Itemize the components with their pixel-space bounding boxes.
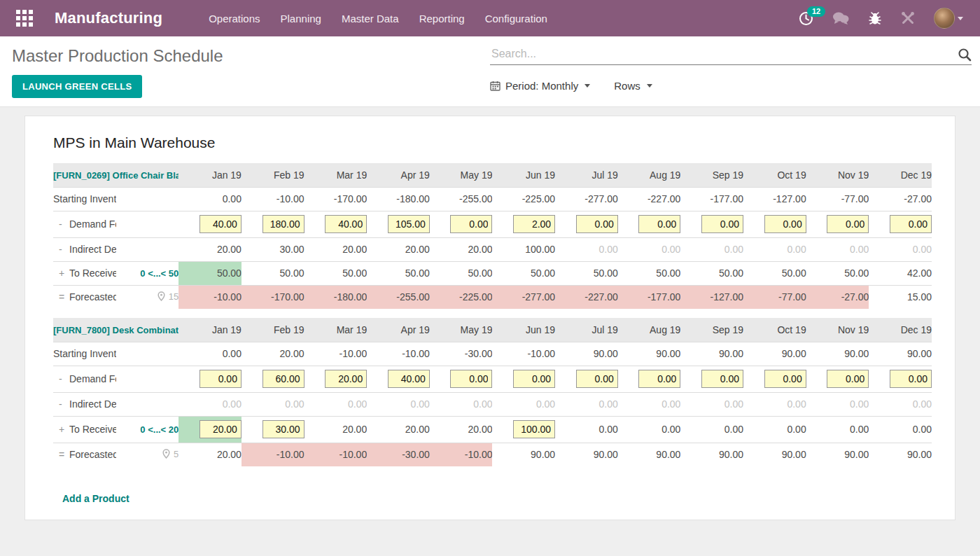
tools-wrench-icon[interactable]: [901, 11, 915, 25]
user-menu[interactable]: [934, 8, 963, 29]
launch-green-cells-button[interactable]: LAUNCH GREEN CELLS: [12, 75, 142, 98]
row-label-text: Demand Forecast: [69, 373, 116, 384]
to-receive-input[interactable]: [200, 420, 241, 438]
cell-to-receive: 0.00: [869, 416, 932, 443]
to-receive-input[interactable]: [513, 420, 555, 438]
demand-forecast-input[interactable]: [513, 370, 555, 388]
cell-forecasted-inventory: 90.00: [743, 443, 806, 466]
cell-starting-inventory: 20.00: [241, 342, 304, 366]
cell-indirect-demand: 0.00: [430, 392, 493, 416]
row-demand-forecast: -Demand Forecast: [53, 211, 932, 237]
demand-forecast-input[interactable]: [701, 215, 743, 233]
cell-starting-inventory: -170.00: [304, 187, 368, 211]
cell-demand-forecast: [304, 211, 368, 237]
menu-master-data[interactable]: Master Data: [342, 13, 399, 25]
month-header: Nov 19: [806, 318, 869, 342]
cell-demand-forecast: [492, 211, 555, 237]
demand-forecast-input[interactable]: [576, 370, 618, 388]
month-header: Sep 19: [680, 318, 743, 342]
row-meta: [116, 342, 179, 366]
row-label: +To Receive / To Supply / Produce: [53, 261, 116, 285]
row-operator: -: [59, 398, 69, 410]
cell-indirect-demand: 0.00: [304, 392, 368, 416]
product-name-link[interactable]: [FURN_0269] Office Chair Black: [53, 170, 178, 181]
row-starting-inventory: Starting Inventory0.00-10.00-170.00-180.…: [53, 187, 932, 211]
cell-starting-inventory: 90.00: [618, 342, 681, 366]
cell-to-receive: 20.00: [304, 416, 368, 443]
add-product-link[interactable]: Add a Product: [62, 493, 130, 504]
forecast-pin: 15: [158, 291, 178, 302]
menu-configuration[interactable]: Configuration: [485, 13, 547, 25]
row-label: =Forecasted Inventory: [53, 443, 116, 466]
row-meta: [116, 366, 179, 392]
cell-indirect-demand: 0.00: [555, 237, 618, 261]
cell-demand-forecast: [430, 211, 493, 237]
demand-forecast-input[interactable]: [513, 215, 555, 233]
cell-to-receive: [241, 416, 304, 443]
cell-indirect-demand: 100.00: [492, 237, 555, 261]
demand-forecast-input[interactable]: [764, 215, 806, 233]
cell-demand-forecast: [367, 211, 430, 237]
filter-bar: Period: Monthly Rows: [490, 80, 652, 92]
chevron-down-icon: [584, 84, 590, 88]
demand-forecast-input[interactable]: [827, 215, 869, 233]
demand-forecast-input[interactable]: [262, 370, 304, 388]
activity-clock-icon[interactable]: 12: [799, 11, 813, 26]
debug-bug-icon[interactable]: [868, 11, 882, 25]
row-label: Starting Inventory: [53, 187, 116, 211]
cell-to-receive: 0.00: [806, 416, 869, 443]
magnifier-icon[interactable]: [958, 48, 972, 64]
row-label: +To Receive / To Supply / Produce: [53, 416, 116, 443]
month-header: Aug 19: [618, 318, 681, 342]
rows-dropdown[interactable]: Rows: [614, 80, 652, 92]
apps-grid-icon[interactable]: [15, 9, 34, 27]
to-receive-input[interactable]: [262, 420, 304, 438]
cell-demand-forecast: [304, 366, 368, 392]
demand-forecast-input[interactable]: [200, 370, 241, 388]
cell-to-receive: 42.00: [869, 261, 932, 285]
period-dropdown[interactable]: Period: Monthly: [490, 80, 590, 92]
cell-to-receive: 50.00: [492, 261, 555, 285]
row-label: -Indirect Demand: [53, 392, 116, 416]
demand-forecast-input[interactable]: [262, 215, 304, 233]
search-input[interactable]: [490, 45, 972, 65]
demand-forecast-input[interactable]: [638, 215, 680, 233]
cell-starting-inventory: -227.00: [618, 187, 681, 211]
cell-indirect-demand: 0.00: [241, 392, 304, 416]
menu-operations[interactable]: Operations: [209, 13, 260, 25]
cell-starting-inventory: -127.00: [743, 187, 806, 211]
safety-range-label: 0 <...< 20: [140, 424, 178, 435]
cell-demand-forecast: [680, 366, 743, 392]
cell-forecasted-inventory: 90.00: [869, 443, 932, 466]
demand-forecast-input[interactable]: [764, 370, 806, 388]
cell-demand-forecast: [241, 211, 304, 237]
menu-planning[interactable]: Planning: [281, 13, 321, 25]
demand-forecast-input[interactable]: [890, 215, 932, 233]
demand-forecast-input[interactable]: [200, 215, 241, 233]
cell-starting-inventory: 90.00: [680, 342, 743, 366]
demand-forecast-input[interactable]: [388, 215, 430, 233]
row-label-text: Starting Inventory: [53, 348, 116, 359]
demand-forecast-input[interactable]: [576, 215, 618, 233]
demand-forecast-input[interactable]: [701, 370, 743, 388]
demand-forecast-input[interactable]: [325, 370, 367, 388]
cell-indirect-demand: 0.00: [806, 237, 869, 261]
cell-to-receive: 50.00: [555, 261, 618, 285]
content-area: MPS in Main Warehouse [FURN_0269] Office…: [0, 107, 980, 556]
messages-chat-icon[interactable]: [832, 11, 849, 25]
cell-to-receive: 20.00: [367, 416, 430, 443]
demand-forecast-input[interactable]: [827, 370, 869, 388]
cell-indirect-demand: 0.00: [869, 392, 932, 416]
cell-to-receive: [178, 416, 241, 443]
cell-starting-inventory: -30.00: [430, 342, 493, 366]
menu-reporting[interactable]: Reporting: [419, 13, 465, 25]
demand-forecast-input[interactable]: [890, 370, 932, 388]
pin-count: 15: [169, 291, 178, 302]
demand-forecast-input[interactable]: [325, 215, 367, 233]
period-dropdown-label: Period: Monthly: [505, 80, 578, 92]
demand-forecast-input[interactable]: [638, 370, 680, 388]
demand-forecast-input[interactable]: [450, 215, 492, 233]
product-name-link[interactable]: [FURN_7800] Desk Combination: [53, 325, 178, 335]
demand-forecast-input[interactable]: [388, 370, 430, 388]
demand-forecast-input[interactable]: [450, 370, 492, 388]
